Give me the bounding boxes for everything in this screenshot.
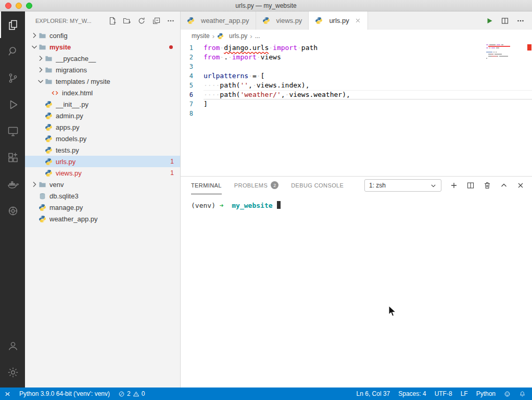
breadcrumb-item-urls-py[interactable]: urls.py	[217, 32, 247, 40]
tree-item-weather-app-py[interactable]: weather_app.py	[25, 213, 180, 224]
new-file-icon[interactable]	[108, 17, 117, 25]
maximize-panel-button[interactable]	[500, 181, 508, 190]
new-folder-icon[interactable]	[123, 17, 131, 25]
tree-item-apps-py[interactable]: apps.py	[25, 121, 180, 133]
code-lines: 1from·django.urls·import·path2from·.·imp…	[181, 43, 532, 118]
tree-item-mysite[interactable]: mysite	[25, 41, 180, 53]
tree-item-urls-py[interactable]: urls.py1	[25, 156, 180, 167]
file-label: migrations	[56, 66, 180, 74]
line-number: 1	[181, 43, 204, 53]
indent-spacer	[30, 192, 39, 200]
file-label: manage.py	[49, 204, 180, 211]
activity-extensions-icon[interactable]	[0, 144, 25, 171]
more-icon[interactable]	[167, 17, 175, 25]
panel-tab-debug-console[interactable]: DEBUG CONSOLE	[291, 177, 344, 194]
new-terminal-button[interactable]	[450, 181, 458, 190]
python-icon	[45, 158, 53, 166]
activity-gear-circle-icon[interactable]	[0, 197, 25, 224]
tree-item-config[interactable]: config	[25, 30, 180, 41]
editor[interactable]: 1from·django.urls·import·path2from·.·imp…	[181, 42, 532, 176]
run-python-file-button[interactable]	[485, 17, 493, 25]
feedback-button[interactable]	[500, 388, 515, 400]
code-line-6[interactable]: 6····path('weather/',·views.weather),	[181, 90, 532, 99]
tree-item-pycache[interactable]: __pycache__	[25, 53, 180, 64]
tab-weather-app-py[interactable]: weather_app.py	[181, 11, 256, 30]
explorer-header: EXPLORER: MY_W...	[25, 11, 180, 30]
tree-item-models-py[interactable]: models.py	[25, 133, 180, 144]
terminal-shell-select[interactable]: 1: zsh	[364, 179, 441, 192]
panel-tab-terminal[interactable]: TERMINAL	[191, 177, 222, 194]
tree-item-db-sqlite3[interactable]: db.sqlite3	[25, 190, 180, 202]
language-status[interactable]: Python	[472, 388, 500, 400]
code-line-3[interactable]: 3	[181, 62, 532, 71]
line-number: 7	[181, 99, 204, 109]
close-icon[interactable]	[354, 17, 361, 24]
more-actions-button[interactable]	[516, 17, 525, 25]
python-interpreter-status[interactable]: Python 3.9.0 64-bit ('venv': venv)	[15, 388, 114, 400]
breadcrumb-item-mysite[interactable]: mysite	[192, 32, 210, 40]
activity-remote-explorer-icon[interactable]	[0, 118, 25, 144]
tree-item-init-py[interactable]: __init__.py	[25, 98, 180, 110]
cursor-position-status[interactable]: Ln 6, Col 37	[352, 388, 395, 400]
activity-search-icon[interactable]	[0, 38, 25, 65]
notifications-button[interactable]	[515, 388, 530, 400]
close-panel-button[interactable]	[516, 181, 525, 190]
panel-tabs: TERMINALPROBLEMS2DEBUG CONSOLE	[191, 177, 356, 194]
split-editor-button[interactable]	[501, 17, 509, 25]
code-line-5[interactable]: 5····path('',·views.index),	[181, 81, 532, 90]
close-window-button[interactable]	[5, 3, 11, 9]
encoding-status[interactable]: UTF-8	[430, 388, 457, 400]
warnings-count: 0	[142, 390, 145, 397]
zoom-window-button[interactable]	[26, 3, 32, 9]
breadcrumb: mysite›urls.py›...	[181, 30, 532, 42]
code-line-7[interactable]: 7]	[181, 99, 532, 109]
tree-item-admin-py[interactable]: admin.py	[25, 110, 180, 121]
file-label: mysite	[49, 43, 169, 51]
tab-views-py[interactable]: views.py	[256, 11, 309, 30]
eol-status[interactable]: LF	[457, 388, 472, 400]
error-count-badge: 1	[170, 169, 174, 177]
panel: TERMINALPROBLEMS2DEBUG CONSOLE 1: zsh (v…	[181, 176, 532, 388]
activity-source-control-icon[interactable]	[0, 65, 25, 91]
tree-item-manage-py[interactable]: manage.py	[25, 202, 180, 213]
code-line-8[interactable]: 8	[181, 109, 532, 118]
remote-indicator[interactable]	[0, 388, 15, 400]
activity-explorer-icon[interactable]	[0, 11, 25, 38]
activity-run-debug-icon[interactable]	[0, 91, 25, 118]
line-number: 4	[181, 71, 204, 81]
activity-settings-icon[interactable]	[0, 359, 25, 385]
folder-icon	[39, 181, 46, 189]
tree-item-index-html[interactable]: index.html	[25, 87, 180, 98]
tab-bar-tabs: weather_app.pyviews.pyurls.py	[181, 11, 368, 30]
chevron-down-icon	[430, 182, 437, 189]
terminal-cursor	[277, 201, 281, 209]
chevron-right-icon	[36, 66, 45, 74]
activity-docker-icon[interactable]	[0, 171, 25, 197]
python-icon	[45, 146, 53, 154]
tree-item-tests-py[interactable]: tests.py	[25, 144, 180, 156]
tree-item-templates-mysite[interactable]: templates / mysite	[25, 76, 180, 87]
tree-item-migrations[interactable]: migrations	[25, 64, 180, 76]
breadcrumb-item-more[interactable]: ...	[255, 32, 260, 40]
collapse-all-icon[interactable]	[152, 17, 160, 25]
python-icon	[45, 123, 53, 131]
minimap[interactable]	[486, 44, 524, 62]
refresh-icon[interactable]	[137, 17, 146, 25]
minimize-window-button[interactable]	[16, 3, 22, 9]
python-icon	[45, 169, 53, 177]
problems-status[interactable]: 2 0	[114, 388, 149, 400]
activity-account-icon[interactable]	[0, 332, 25, 359]
split-terminal-button[interactable]	[466, 181, 475, 190]
tab-urls-py[interactable]: urls.py	[309, 11, 368, 30]
indentation-status[interactable]: Spaces: 4	[394, 388, 430, 400]
panel-tab-problems[interactable]: PROBLEMS2	[234, 177, 278, 194]
tree-item-venv[interactable]: venv	[25, 179, 180, 190]
code-line-2[interactable]: 2from·.·import·views	[181, 53, 532, 62]
terminal[interactable]: (venv) ➜ my_website	[181, 194, 532, 388]
line-number: 5	[181, 81, 204, 90]
code-line-4[interactable]: 4urlpatterns·=·[	[181, 71, 532, 81]
kill-terminal-button[interactable]	[483, 181, 491, 190]
tab-label: urls.py	[329, 17, 349, 24]
code-line-1[interactable]: 1from·django.urls·import·path	[181, 43, 532, 53]
tree-item-views-py[interactable]: views.py1	[25, 167, 180, 179]
